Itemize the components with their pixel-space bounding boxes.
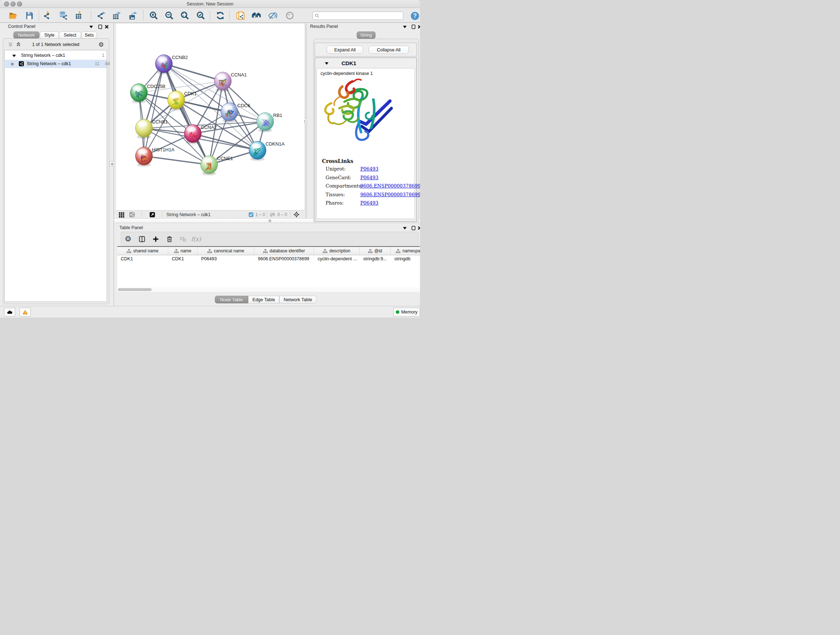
network-list: String Network – cdk1 1 String Network –… bbox=[4, 50, 107, 302]
control-panel-menu-icon[interactable] bbox=[88, 24, 94, 29]
crosslink-label: Uniprot: bbox=[325, 166, 346, 172]
hidden-eye-icon[interactable] bbox=[270, 212, 275, 218]
hierarchy-icon bbox=[174, 249, 179, 253]
show-glass-button[interactable] bbox=[285, 11, 294, 20]
hierarchy-icon bbox=[263, 249, 268, 253]
column-header-name[interactable]: name bbox=[168, 247, 197, 255]
collection-expand-icon[interactable] bbox=[11, 53, 17, 58]
cloud-button[interactable] bbox=[4, 308, 15, 317]
node-CCNB1[interactable] bbox=[136, 119, 153, 139]
search-input[interactable] bbox=[321, 12, 402, 19]
toolbar-separator bbox=[91, 10, 91, 21]
table-panel-close-icon[interactable] bbox=[417, 226, 420, 231]
network-share-icon[interactable] bbox=[129, 212, 135, 218]
string-import-button[interactable] bbox=[235, 11, 245, 20]
table-panel-menu-icon[interactable] bbox=[402, 226, 407, 231]
tab-string[interactable]: String bbox=[357, 32, 376, 39]
table-settings-gear-icon[interactable]: ⚙ bbox=[123, 234, 133, 244]
tab-network[interactable]: Network bbox=[13, 32, 39, 39]
tab-node-table[interactable]: Node Table bbox=[215, 296, 248, 303]
zoom-fit-icon bbox=[180, 11, 189, 20]
import-database-button[interactable] bbox=[58, 11, 68, 20]
results-panel-float-icon[interactable] bbox=[411, 24, 416, 29]
column-header-description[interactable]: description bbox=[314, 247, 360, 255]
network-edge-count: 48 bbox=[105, 61, 110, 66]
results-panel-close-icon[interactable] bbox=[417, 24, 420, 29]
network-row[interactable]: String Network – cdk1 11 48 bbox=[5, 60, 107, 68]
help-button[interactable]: ? bbox=[410, 11, 420, 21]
network-canvas[interactable]: CCNB2CCNA1CDC25BCDK1CDC6RB1CCNB1CCNA2CDK… bbox=[116, 24, 304, 211]
toolbar-separator bbox=[39, 10, 39, 21]
import-table-button[interactable] bbox=[74, 11, 84, 20]
warning-icon bbox=[22, 309, 28, 315]
column-header-database-identifier[interactable]: database identifier bbox=[254, 247, 314, 255]
tab-edge-table[interactable]: Edge Table bbox=[248, 296, 279, 303]
save-session-button[interactable] bbox=[24, 11, 34, 20]
column-header--id[interactable]: @id bbox=[360, 247, 391, 255]
tab-sets[interactable]: Sets bbox=[81, 32, 97, 39]
node-CCNA1[interactable] bbox=[215, 72, 232, 92]
crosslink-link[interactable]: P06493 bbox=[360, 200, 378, 206]
home-networks-button[interactable] bbox=[251, 11, 261, 20]
crosslink-link[interactable]: P06493 bbox=[360, 175, 378, 180]
network-options-gear-icon[interactable]: ⚙ bbox=[98, 41, 104, 49]
zoom-fit-button[interactable] bbox=[180, 11, 189, 20]
zoom-out-button[interactable] bbox=[164, 11, 174, 20]
application-window: Session: New Session ? Control Panel Net… bbox=[0, 0, 420, 318]
crosslink-label: Pharos: bbox=[325, 200, 344, 206]
table-panel-float-icon[interactable] bbox=[411, 226, 416, 231]
control-panel-close-icon[interactable] bbox=[104, 24, 109, 29]
collapse-all-button[interactable]: Collapse All bbox=[369, 46, 409, 54]
crosslink-link[interactable]: P06493 bbox=[360, 166, 378, 172]
search-field[interactable] bbox=[313, 11, 403, 20]
control-panel-float-icon[interactable] bbox=[98, 24, 103, 29]
node-table[interactable]: shared namenamecanonical namedatabase id… bbox=[117, 246, 420, 292]
scrollbar-thumb[interactable] bbox=[118, 288, 152, 291]
column-header-namespace[interactable]: namespace bbox=[391, 247, 420, 255]
import-network-button[interactable] bbox=[43, 11, 52, 20]
crosslink-link[interactable]: 9606.ENSP00000378699 bbox=[360, 183, 420, 188]
node-CCNE1[interactable] bbox=[201, 156, 218, 175]
birds-eye-icon[interactable] bbox=[294, 211, 300, 218]
home-networks-icon bbox=[252, 11, 261, 20]
table-row[interactable]: CDK1CDK1P064939606.ENSP00000378699cyclin… bbox=[117, 255, 420, 263]
hide-glass-button[interactable] bbox=[268, 11, 278, 20]
results-panel-menu-icon[interactable] bbox=[402, 24, 407, 29]
column-header-canonical-name[interactable]: canonical name bbox=[197, 247, 254, 255]
selected-checkbox-icon[interactable] bbox=[248, 212, 254, 217]
network-collection-row[interactable]: String Network – cdk1 1 bbox=[5, 51, 107, 60]
function-builder-icon: f(x) bbox=[191, 234, 201, 244]
export-network-button[interactable] bbox=[96, 11, 106, 20]
add-column-icon[interactable] bbox=[151, 234, 160, 244]
warning-button[interactable] bbox=[19, 308, 31, 317]
protein-description: cyclin-dependent kinase 1 bbox=[321, 71, 373, 76]
column-header-shared-name[interactable]: shared name bbox=[117, 247, 168, 255]
node-CDKN1A[interactable] bbox=[249, 141, 266, 161]
grid-view-icon[interactable] bbox=[118, 212, 125, 218]
memory-label: Memory bbox=[401, 310, 417, 315]
show-columns-icon[interactable] bbox=[137, 234, 147, 244]
crosslink-link[interactable]: 9606.ENSP00000378699 bbox=[360, 192, 420, 197]
expand-all-button[interactable]: Expand All bbox=[327, 46, 363, 54]
refresh-view-icon bbox=[216, 11, 225, 20]
node-RB1[interactable] bbox=[257, 112, 274, 132]
network-type-icon bbox=[19, 61, 24, 66]
left-splitter-handle[interactable] bbox=[109, 161, 115, 166]
node-HIST1H1A[interactable] bbox=[136, 147, 153, 166]
refresh-view-button[interactable] bbox=[215, 11, 225, 20]
selected-count-label: 1 – 0 bbox=[256, 212, 265, 217]
table-horizontal-scrollbar[interactable] bbox=[117, 287, 420, 292]
tab-select[interactable]: Select bbox=[59, 32, 81, 39]
delete-column-icon[interactable] bbox=[164, 234, 174, 244]
open-session-button[interactable] bbox=[8, 11, 18, 20]
memory-button[interactable]: Memory bbox=[393, 308, 420, 317]
open-in-window-icon[interactable] bbox=[149, 212, 155, 218]
zoom-selected-button[interactable] bbox=[196, 11, 205, 20]
node-CDC25B[interactable] bbox=[131, 84, 148, 103]
protein-collapse-icon[interactable] bbox=[324, 61, 329, 66]
tab-network-table[interactable]: Network Table bbox=[279, 296, 317, 303]
tab-style[interactable]: Style bbox=[40, 32, 59, 39]
zoom-in-button[interactable] bbox=[149, 11, 158, 20]
export-table-button[interactable] bbox=[111, 11, 121, 20]
export-image-button[interactable] bbox=[128, 11, 137, 20]
